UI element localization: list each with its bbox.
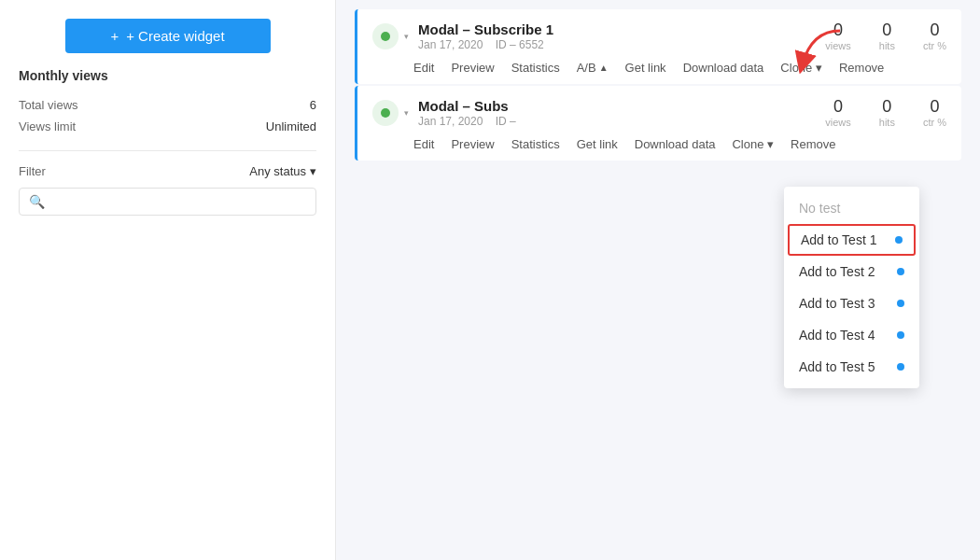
statistics-link-2[interactable]: Statistics [511, 137, 560, 151]
statistics-link-1[interactable]: Statistics [511, 61, 560, 75]
get-link-1[interactable]: Get link [625, 61, 666, 75]
edit-link-1[interactable]: Edit [413, 61, 434, 75]
edit-link-2[interactable]: Edit [413, 137, 434, 151]
create-widget-button[interactable]: + + Create widget [65, 19, 271, 53]
monthly-views-title: Monthly views [19, 68, 316, 83]
widget-title-1: Modal – Subscribe 1 [418, 21, 816, 37]
status-chevron-2: ▾ [404, 108, 409, 118]
plus-icon: + [110, 28, 119, 44]
dropdown-item-test-2[interactable]: Add to Test 2 [784, 256, 919, 287]
ctr-stat-2: 0 ctr % [923, 97, 946, 128]
get-link-2[interactable]: Get link [577, 137, 618, 151]
clone-chevron-icon-2: ▾ [767, 137, 774, 151]
widget-meta-2: Jan 17, 2020 ID – [418, 115, 816, 128]
filter-select[interactable]: Any status ▾ [249, 164, 316, 178]
test-2-label: Add to Test 2 [799, 264, 875, 279]
search-box: 🔍 [19, 188, 316, 216]
dot-inner-2 [381, 108, 390, 118]
widget-status-2[interactable]: ▾ [372, 100, 409, 126]
widget-card-1: ▾ Modal – Subscribe 1 Jan 17, 2020 ID – … [355, 9, 961, 84]
filter-label: Filter [19, 164, 46, 178]
views-limit-row: Views limit Unlimited [19, 116, 316, 137]
test-1-dot [895, 236, 903, 244]
sidebar: + + Create widget Monthly views Total vi… [0, 0, 336, 560]
preview-link-1[interactable]: Preview [451, 61, 494, 75]
test-1-label: Add to Test 1 [801, 232, 876, 247]
total-views-label: Total views [19, 98, 78, 112]
test-2-dot [897, 268, 904, 275]
widget-card-2: ▾ Modal – Subs Jan 17, 2020 ID – 0 views [355, 86, 961, 161]
chevron-down-icon: ▾ [310, 164, 316, 178]
search-icon: 🔍 [29, 194, 45, 209]
main-content: ▾ Modal – Subscribe 1 Jan 17, 2020 ID – … [336, 0, 980, 560]
dropdown-item-test-5[interactable]: Add to Test 5 [784, 351, 919, 383]
test-4-dot [897, 331, 904, 339]
views-limit-value: Unlimited [266, 119, 316, 133]
ab-dropdown: No test Add to Test 1 Add to Test 2 Add … [784, 187, 919, 388]
status-chevron-1: ▾ [404, 32, 409, 41]
divider [19, 150, 316, 151]
red-arrow [784, 26, 849, 86]
dot-inner-1 [381, 32, 390, 41]
test-5-label: Add to Test 5 [799, 359, 875, 374]
views-limit-label: Views limit [19, 119, 76, 133]
widget-meta-1: Jan 17, 2020 ID – 6552 [418, 38, 816, 51]
widget-stats-2: 0 views 0 hits 0 ctr % [825, 97, 946, 128]
preview-link-2[interactable]: Preview [451, 137, 494, 151]
download-data-1[interactable]: Download data [683, 61, 764, 75]
widget-actions-1: Edit Preview Statistics A/B ▲ Get link D… [357, 55, 961, 84]
dropdown-item-test-1[interactable]: Add to Test 1 [788, 224, 916, 256]
search-input[interactable] [50, 195, 306, 209]
remove-link-2[interactable]: Remove [791, 137, 835, 151]
ab-button-1[interactable]: A/B ▲ [577, 61, 609, 75]
ctr-stat-1: 0 ctr % [923, 21, 946, 51]
test-5-dot [897, 363, 904, 371]
create-widget-label: + Create widget [126, 28, 224, 44]
hits-stat-2: 0 hits [879, 97, 895, 128]
status-dot-2 [372, 100, 399, 126]
dropdown-item-test-3[interactable]: Add to Test 3 [784, 287, 919, 319]
clone-button-2[interactable]: Clone ▾ [732, 137, 774, 151]
test-3-dot [897, 300, 904, 307]
dropdown-item-no-test[interactable]: No test [784, 192, 919, 224]
filter-row: Filter Any status ▾ [19, 164, 316, 178]
widget-info-2: Modal – Subs Jan 17, 2020 ID – [418, 98, 816, 128]
total-views-row: Total views 6 [19, 94, 316, 116]
filter-value: Any status [249, 164, 306, 178]
dropdown-item-test-4[interactable]: Add to Test 4 [784, 319, 919, 351]
views-stat-2: 0 views [825, 97, 851, 128]
total-views-value: 6 [310, 98, 316, 112]
no-test-label: No test [799, 201, 840, 216]
hits-stat-1: 0 hits [879, 21, 895, 51]
widget-list: ▾ Modal – Subscribe 1 Jan 17, 2020 ID – … [336, 0, 980, 172]
widget-actions-2: Edit Preview Statistics Get link Downloa… [357, 132, 961, 161]
widget-info-1: Modal – Subscribe 1 Jan 17, 2020 ID – 65… [418, 21, 816, 51]
test-4-label: Add to Test 4 [799, 328, 875, 343]
test-3-label: Add to Test 3 [799, 296, 875, 311]
ab-chevron-up-icon: ▲ [599, 63, 609, 73]
widget-status-1[interactable]: ▾ [372, 23, 409, 49]
status-dot-1 [372, 23, 399, 49]
download-data-2[interactable]: Download data [635, 137, 716, 151]
widget-title-2: Modal – Subs [418, 98, 816, 114]
